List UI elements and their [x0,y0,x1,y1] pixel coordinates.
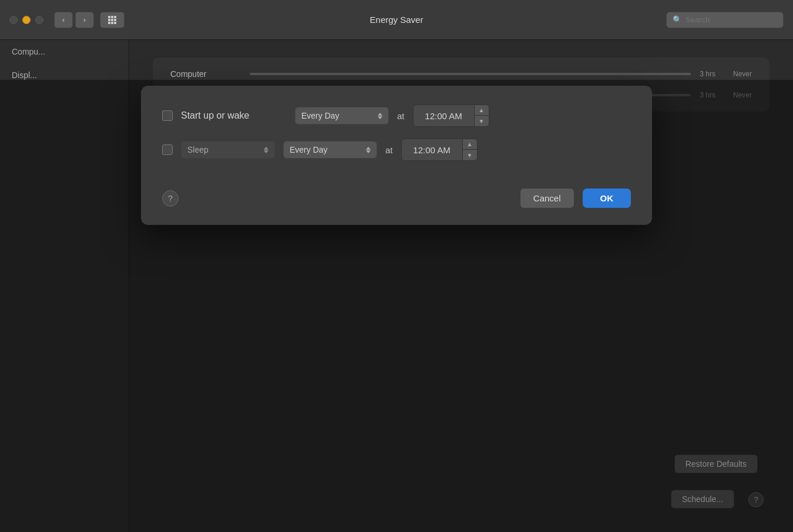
svg-rect-4 [111,19,113,21]
svg-rect-5 [114,19,116,21]
sleep-row: Sleep Every Day at 12:00 AM [162,139,631,161]
modal-help-button[interactable]: ? [162,190,179,207]
startup-wake-checkbox[interactable] [162,110,173,121]
sleep-action-dropdown[interactable]: Sleep [181,141,275,159]
sleep-checkbox[interactable] [162,144,173,155]
schedule-modal: Start up or wake Every Day at 12:00 AM ▲… [141,86,652,225]
modal-footer: ? Cancel OK [162,182,631,208]
computer-slider-row: Computer 3 hrs Never [170,69,752,79]
minimize-button[interactable] [22,16,31,24]
svg-rect-2 [114,16,116,18]
arrow-up-2b [366,147,371,150]
svg-rect-1 [111,16,113,18]
sleep-day-arrows [366,147,371,153]
sleep-time-spinner[interactable]: 12:00 AM ▲ ▼ [401,139,478,161]
search-input[interactable] [686,15,777,24]
sleep-time-up[interactable]: ▲ [463,139,477,150]
traffic-lights [9,16,43,24]
modal-help-icon: ? [168,194,173,203]
ok-button[interactable]: OK [583,188,631,208]
computer-slider[interactable] [250,73,691,75]
sleep-action-arrows [264,147,268,153]
startup-wake-time-down[interactable]: ▼ [475,116,489,126]
arrow-down-2a [264,150,268,153]
slider-labels-1: 3 hrs Never [700,70,752,78]
startup-wake-day-value: Every Day [301,111,374,120]
arrow-down-2b [366,150,371,153]
svg-rect-7 [111,22,113,24]
startup-wake-day-arrows [378,113,382,119]
maximize-button[interactable] [35,16,43,24]
startup-wake-time-up[interactable]: ▲ [475,105,489,116]
window-title: Energy Saver [370,15,424,25]
forward-button[interactable]: › [75,12,94,28]
startup-wake-label: Start up or wake [181,110,287,121]
nav-buttons: ‹ › [54,12,94,28]
cancel-button[interactable]: Cancel [520,188,574,208]
svg-rect-6 [108,22,110,24]
sleep-time-down[interactable]: ▼ [463,150,477,160]
label-3hrs-1: 3 hrs [700,70,715,78]
back-button[interactable]: ‹ [54,12,73,28]
modal-overlay: Start up or wake Every Day at 12:00 AM ▲… [0,80,793,532]
label-never-1: Never [733,70,752,78]
svg-rect-8 [114,22,116,24]
startup-wake-spinner-arrows: ▲ ▼ [474,105,489,126]
arrow-up-2a [264,147,268,150]
search-box[interactable]: 🔍 [666,12,784,28]
grid-button[interactable] [100,12,125,28]
arrow-up-1 [378,113,382,116]
computer-label: Computer [170,69,241,79]
startup-wake-time-value: 12:00 AM [414,107,474,125]
sleep-action-value: Sleep [187,145,260,154]
sleep-day-dropdown[interactable]: Every Day [283,141,377,159]
titlebar: ‹ › Energy Saver 🔍 [0,0,793,40]
startup-wake-time-spinner[interactable]: 12:00 AM ▲ ▼ [413,105,489,127]
startup-wake-row: Start up or wake Every Day at 12:00 AM ▲… [162,105,631,127]
sidebar-item-computer[interactable]: Compu... [0,40,129,63]
sleep-spinner-arrows: ▲ ▼ [462,139,477,160]
startup-wake-day-dropdown[interactable]: Every Day [295,107,389,124]
svg-rect-0 [108,16,110,18]
main-content: Compu... Displ... Computer 3 hrs Never D… [0,40,793,532]
at-label-1: at [397,111,405,121]
close-button[interactable] [9,16,18,24]
search-icon: 🔍 [673,15,682,24]
arrow-down-1 [378,116,382,119]
sleep-time-value: 12:00 AM [402,141,462,159]
svg-rect-3 [108,19,110,21]
at-label-2: at [385,145,393,155]
sleep-day-value: Every Day [290,145,362,154]
